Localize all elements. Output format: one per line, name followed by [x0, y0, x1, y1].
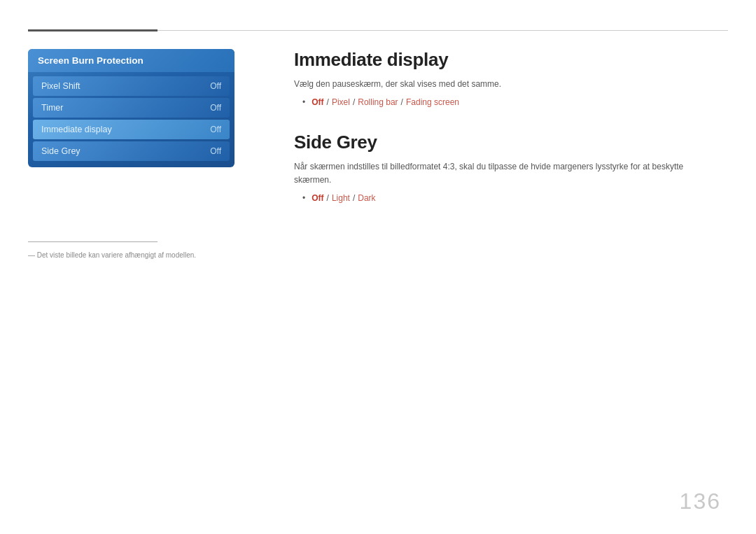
menu-item-pixel-shift[interactable]: Pixel ShiftOff [33, 76, 230, 96]
menu-item-label: Timer [41, 103, 63, 113]
section-immediate-display: Immediate displayVælg den pauseskærm, de… [294, 49, 721, 111]
right-content: Immediate displayVælg den pauseskærm, de… [294, 49, 721, 227]
option-text: Fading screen [406, 95, 459, 111]
menu-item-value: Off [210, 81, 221, 91]
menu-item-immediate-display[interactable]: Immediate displayOff [33, 120, 230, 139]
left-panel: Screen Burn Protection Pixel ShiftOffTim… [28, 49, 234, 167]
footer-note: ― Det viste billede kan variere afhængig… [28, 241, 196, 260]
section-desc-immediate-display: Vælg den pauseskærm, der skal vises med … [294, 78, 721, 91]
footer-divider [28, 241, 158, 242]
option-separator: / [327, 191, 329, 206]
option-list-immediate-display: Off / Pixel / Rolling bar / Fading scree… [302, 95, 721, 111]
section-side-grey: Side GreyNår skærmen indstilles til bill… [294, 132, 721, 206]
option-text: Dark [358, 191, 375, 206]
option-list-side-grey: Off / Light / Dark [302, 191, 721, 206]
menu-item-value: Off [210, 125, 221, 134]
section-title-side-grey: Side Grey [294, 132, 721, 153]
menu-header-label: Screen Burn Protection [38, 55, 144, 66]
option-separator: / [401, 95, 403, 111]
option-separator: / [353, 191, 355, 206]
page-number: 136 [680, 489, 721, 514]
menu-item-side-grey[interactable]: Side GreyOff [33, 141, 230, 161]
top-line-light [158, 30, 728, 31]
option-text: Rolling bar [358, 95, 398, 111]
menu-item-timer[interactable]: TimerOff [33, 98, 230, 118]
menu-items-container: Pixel ShiftOffTimerOffImmediate displayO… [28, 76, 234, 161]
option-text: Pixel [332, 95, 350, 111]
menu-box: Screen Burn Protection Pixel ShiftOffTim… [28, 49, 234, 167]
sections-container: Immediate displayVælg den pauseskærm, de… [294, 49, 721, 206]
option-separator: / [353, 95, 355, 111]
menu-header: Screen Burn Protection [28, 49, 234, 72]
section-title-immediate-display: Immediate display [294, 49, 721, 71]
top-line-dark [28, 29, 158, 31]
top-decorative-lines [28, 29, 728, 31]
option-text: Off [312, 191, 323, 206]
option-list-item: Off / Light / Dark [302, 191, 721, 206]
option-text: Light [332, 191, 350, 206]
option-list-item: Off / Pixel / Rolling bar / Fading scree… [302, 95, 721, 111]
menu-item-label: Pixel Shift [41, 81, 80, 91]
footer-text: ― Det viste billede kan variere afhængig… [28, 251, 196, 259]
section-desc-side-grey: Når skærmen indstilles til billedformate… [294, 160, 721, 187]
option-text: Off [312, 95, 323, 111]
menu-item-label: Side Grey [41, 146, 80, 156]
menu-item-value: Off [210, 103, 221, 113]
menu-item-value: Off [210, 146, 221, 156]
menu-item-label: Immediate display [41, 125, 112, 134]
option-separator: / [327, 95, 329, 111]
